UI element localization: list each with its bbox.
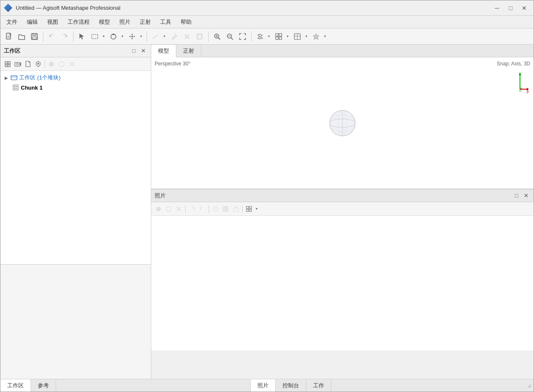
svg-point-37 (262, 37, 263, 39)
enable-photos-button[interactable] (154, 204, 163, 214)
export-photos-button[interactable] (231, 204, 240, 214)
points-view-button[interactable] (254, 31, 266, 42)
workspace-icon (11, 74, 17, 81)
remove-item-button[interactable] (67, 59, 76, 69)
frame-button[interactable] (194, 31, 206, 42)
redo-button[interactable] (59, 31, 71, 42)
menu-bar: 文件编辑视图工作流程模型照片正射工具帮助 (0, 16, 534, 28)
workspace-toolbar (0, 57, 151, 71)
select-cursor-button[interactable] (76, 31, 88, 42)
add-marker-button[interactable] (34, 59, 43, 69)
disable-button[interactable] (57, 59, 66, 69)
rect-select-arrow[interactable]: ▾ (101, 31, 107, 42)
menu-item-帮助[interactable]: 帮助 (176, 17, 196, 27)
tree-workspace-item[interactable]: ▶ 工作区 (1个堆块) (0, 73, 151, 83)
texture-view-group: ▾ (291, 31, 309, 42)
svg-rect-5 (32, 37, 37, 39)
bottom-tab-spacer-right (331, 379, 526, 392)
resize-corner: ⊿ (525, 379, 534, 392)
tree-chunk-item[interactable]: Chunk 1 (0, 83, 151, 92)
maximize-button[interactable]: □ (505, 3, 517, 13)
light-group: ▾ (310, 31, 328, 42)
workspace-dock-button[interactable]: □ (130, 47, 138, 55)
menu-item-模型[interactable]: 模型 (95, 17, 114, 27)
menu-item-照片[interactable]: 照片 (115, 17, 135, 27)
light-arrow[interactable]: ▾ (322, 31, 328, 42)
svg-rect-47 (8, 62, 10, 64)
workspace-title: 工作区 (4, 47, 20, 55)
estimate-button[interactable] (211, 204, 220, 214)
bottom-tab-spacer-left (56, 379, 251, 392)
bottom-tab-bar: 工作区 参考 照片 控制台 工作 ⊿ (0, 379, 534, 392)
photos-grid-arrow[interactable]: ▾ (254, 203, 260, 215)
bottom-left-panel (0, 264, 151, 379)
bottom-tab-console[interactable]: 控制台 (276, 379, 306, 392)
tab-ortho[interactable]: 正射 (176, 45, 201, 57)
menu-item-视图[interactable]: 视图 (43, 17, 62, 27)
add-file-button[interactable] (23, 59, 33, 69)
tab-model[interactable]: 模型 (151, 45, 176, 57)
workspace-close-button[interactable]: ✕ (139, 47, 147, 55)
chunk-icon (12, 84, 19, 91)
photos-close-button[interactable]: ✕ (522, 192, 530, 200)
texture-view-button[interactable] (291, 31, 303, 42)
save-button[interactable] (28, 31, 40, 42)
disable-photos-button[interactable] (164, 204, 173, 214)
title-bar: Untitled — Agisoft Metashape Professiona… (0, 0, 534, 16)
svg-line-24 (218, 38, 220, 39)
svg-point-53 (37, 63, 39, 65)
rect-select-group: ▾ (89, 31, 107, 42)
rotate-button[interactable] (107, 31, 119, 42)
ruler-arrow[interactable]: ▾ (161, 31, 167, 42)
open-button[interactable] (16, 31, 28, 42)
rotate-ccw-button[interactable] (198, 204, 207, 214)
fit-view-button[interactable] (237, 31, 249, 42)
texture-view-arrow[interactable]: ▾ (303, 31, 309, 42)
menu-item-工作流程[interactable]: 工作流程 (63, 17, 94, 27)
new-button[interactable] (3, 31, 15, 42)
ruler-button[interactable] (150, 31, 161, 42)
rotate-arrow[interactable]: ▾ (119, 31, 125, 42)
rotate-cw-button[interactable] (187, 204, 197, 214)
remove-photos-button[interactable] (174, 204, 184, 214)
main-content: 工作区 □ ✕ (0, 45, 534, 379)
bottom-tab-photos[interactable]: 照片 (251, 379, 276, 392)
menu-item-正射[interactable]: 正射 (136, 17, 155, 27)
sep3 (147, 31, 147, 42)
photos-grid-button[interactable] (244, 204, 254, 214)
delete-point-button[interactable] (181, 31, 193, 42)
svg-marker-12 (134, 36, 135, 37)
menu-item-编辑[interactable]: 编辑 (23, 17, 42, 27)
bottom-tab-tasks[interactable]: 工作 (306, 379, 331, 392)
menu-item-文件[interactable]: 文件 (2, 17, 22, 27)
photos-dock-button[interactable]: □ (512, 192, 521, 200)
zoom-in-button[interactable] (211, 31, 223, 42)
zoom-out-button[interactable] (224, 31, 236, 42)
move-button[interactable] (126, 31, 138, 42)
grid-view-button[interactable] (273, 31, 285, 42)
rect-select-button[interactable] (89, 31, 101, 42)
menu-item-工具[interactable]: 工具 (156, 17, 175, 27)
workspace-header-buttons: □ ✕ (130, 47, 147, 55)
svg-rect-7 (92, 34, 98, 39)
undo-button[interactable] (46, 31, 58, 42)
draw-button[interactable] (168, 31, 180, 42)
enable-button[interactable] (47, 59, 56, 69)
grid-view-arrow[interactable]: ▾ (285, 31, 291, 42)
bottom-tab-workspace[interactable]: 工作区 (0, 379, 31, 392)
svg-rect-41 (279, 37, 282, 39)
viewport-3d[interactable]: Perspective 30° Snap: Axis, 3D Z X (151, 57, 534, 189)
add-camera-button[interactable] (13, 59, 23, 69)
photos-header-buttons: □ ✕ (512, 192, 530, 200)
add-chunk-button[interactable] (3, 59, 12, 69)
move-arrow[interactable]: ▾ (138, 31, 144, 42)
match-button[interactable] (221, 204, 230, 214)
svg-marker-61 (519, 72, 521, 75)
bottom-tab-reference[interactable]: 参考 (31, 379, 56, 392)
minimize-button[interactable]: ─ (491, 3, 503, 13)
svg-rect-39 (279, 34, 282, 36)
points-view-arrow[interactable]: ▾ (266, 31, 272, 42)
svg-marker-11 (129, 36, 130, 37)
light-button[interactable] (310, 31, 322, 42)
close-button[interactable]: ✕ (518, 3, 530, 13)
